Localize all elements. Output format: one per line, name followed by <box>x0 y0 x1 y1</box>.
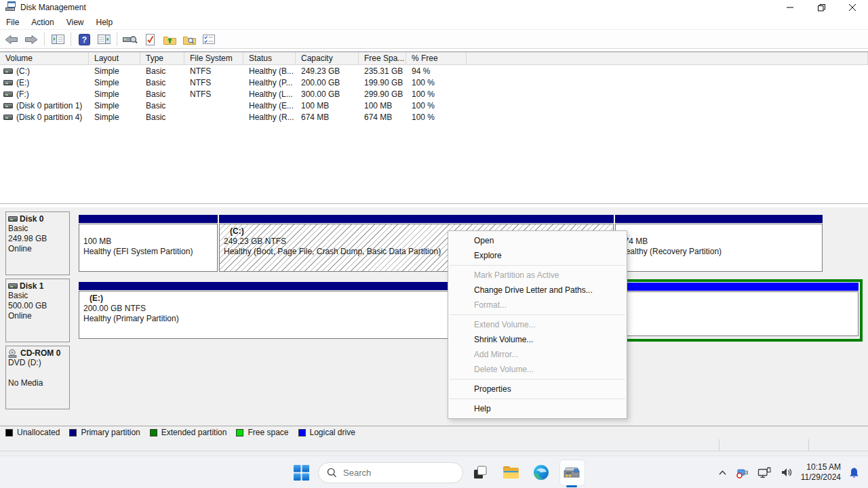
cdrom-icon <box>8 349 18 358</box>
volume-layout: Simple <box>89 113 140 122</box>
column-header-free-space[interactable]: Free Spa... <box>359 52 406 64</box>
disk-state: Online <box>8 311 68 321</box>
volume-row-e[interactable]: (E:) Simple Basic NTFS Healthy (P... 200… <box>0 77 868 88</box>
volume-type: Basic <box>140 89 184 99</box>
legend-free-space: Free space <box>236 428 288 437</box>
disk-state: Online <box>8 244 68 254</box>
volume-free: 235.31 GB <box>359 66 406 76</box>
menu-view[interactable]: View <box>60 16 90 29</box>
volume-status: Healthy (L... <box>243 89 296 99</box>
column-header-type[interactable]: Type <box>140 52 184 64</box>
disk-size: 249.98 GB <box>8 234 68 244</box>
volume-pct-free: 94 % <box>406 66 467 76</box>
disk0-label-panel[interactable]: Disk 0 Basic 249.98 GB Online <box>5 211 70 275</box>
volume-layout: Simple <box>89 66 140 76</box>
menu-item-explore[interactable]: Explore <box>448 248 627 263</box>
folder-up-button[interactable] <box>161 32 178 47</box>
tray-network-icon[interactable] <box>756 459 773 486</box>
disk-size <box>8 368 68 378</box>
tray-chevron-up-icon[interactable] <box>717 459 728 486</box>
volume-pct-free: 100 % <box>406 113 467 122</box>
partition-status: Healthy (EFI System Partition) <box>83 247 217 257</box>
volume-pct-free: 100 % <box>406 89 467 99</box>
notification-bell-icon[interactable] <box>847 459 861 486</box>
volume-fs: NTFS <box>184 78 243 87</box>
file-explorer-button[interactable] <box>497 456 524 488</box>
drive-icon <box>3 92 13 97</box>
window-title: Disk Management <box>20 3 86 12</box>
volume-row-partition4[interactable]: (Disk 0 partition 4) Simple Basic Health… <box>0 111 868 123</box>
close-button[interactable] <box>837 0 868 15</box>
taskbar-search[interactable] <box>318 462 463 483</box>
rescan-disks-button[interactable] <box>122 32 138 47</box>
forward-button[interactable] <box>23 32 39 47</box>
restore-button[interactable] <box>806 0 837 15</box>
check-disk-button[interactable] <box>142 32 158 47</box>
disk-type: Basic <box>8 291 68 301</box>
column-header-file-system[interactable]: File System <box>184 52 243 64</box>
divider <box>0 451 868 451</box>
legend-label: Unallocated <box>17 428 60 437</box>
toolbar-separator <box>117 33 117 46</box>
column-header-volume[interactable]: Volume <box>0 52 89 64</box>
volume-status: Healthy (E... <box>243 101 296 110</box>
start-button[interactable] <box>288 456 315 488</box>
menu-item-shrink-volume[interactable]: Shrink Volume... <box>448 332 627 347</box>
partition-e[interactable]: (E:) 200.00 GB NTFS Healthy (Primary Par… <box>79 282 461 339</box>
partition-recovery[interactable]: 674 MB Healthy (Recovery Partition) <box>615 215 823 272</box>
menu-help[interactable]: Help <box>90 16 119 29</box>
volume-type: Basic <box>140 78 184 87</box>
column-header-status[interactable]: Status <box>243 52 296 64</box>
show-action-pane-button[interactable] <box>96 32 112 47</box>
volume-name: (Disk 0 partition 4) <box>16 113 82 122</box>
back-button[interactable] <box>3 32 20 47</box>
legend-swatch <box>69 429 77 436</box>
search-input[interactable] <box>343 468 445 478</box>
menu-file[interactable]: File <box>0 16 25 29</box>
disk0-row: Disk 0 Basic 249.98 GB Online 100 MB Hea… <box>0 211 868 276</box>
tray-clock[interactable]: 10:15 AM 11/29/2024 <box>801 462 841 483</box>
menu-action[interactable]: Action <box>25 16 60 29</box>
properties-list-button[interactable] <box>201 32 217 47</box>
volume-layout: Simple <box>89 78 140 87</box>
partition-color-bar <box>219 215 614 223</box>
disk-management-window: Disk Management File Action View Help <box>0 0 868 439</box>
minimize-button[interactable] <box>774 0 806 15</box>
legend-label: Extended partition <box>161 428 227 437</box>
task-view-button[interactable] <box>467 456 494 488</box>
edge-browser-button[interactable] <box>528 456 555 488</box>
volume-type: Basic <box>140 113 184 122</box>
column-header-capacity[interactable]: Capacity <box>296 52 359 64</box>
drive-icon <box>3 103 13 108</box>
menu-item-open[interactable]: Open <box>448 233 627 248</box>
tray-usb-device-icon[interactable] <box>734 459 750 486</box>
show-console-tree-button[interactable] <box>50 32 66 47</box>
volume-row-partition1[interactable]: (Disk 0 partition 1) Simple Basic Health… <box>0 100 868 111</box>
help-button[interactable]: ? <box>76 32 92 47</box>
volume-capacity: 674 MB <box>296 113 359 122</box>
clock-date: 11/29/2024 <box>801 472 841 483</box>
volume-capacity: 200.00 GB <box>296 78 359 87</box>
disk1-label-panel[interactable]: Disk 1 Basic 500.00 GB Online <box>5 279 70 342</box>
volume-row-f[interactable]: (F:) Simple Basic NTFS Healthy (L... 300… <box>0 88 868 100</box>
volume-capacity: 100 MB <box>296 101 359 110</box>
folder-search-button[interactable] <box>181 32 197 47</box>
disk-management-taskbar-button[interactable] <box>558 456 585 488</box>
tray-volume-icon[interactable] <box>779 459 795 486</box>
disk-name: CD-ROM 0 <box>20 348 60 358</box>
menu-item-help[interactable]: Help <box>448 401 627 416</box>
disk-graph-pane: Disk 0 Basic 249.98 GB Online 100 MB Hea… <box>0 207 868 426</box>
column-header-layout[interactable]: Layout <box>89 52 140 64</box>
menu-item-properties[interactable]: Properties <box>448 382 627 396</box>
disk-type: Basic <box>8 224 68 234</box>
legend-unallocated: Unallocated <box>5 428 60 437</box>
partition-efi[interactable]: 100 MB Healthy (EFI System Partition) <box>79 215 218 272</box>
volume-free: 299.90 GB <box>359 89 406 99</box>
column-header-pct-free[interactable]: % Free <box>406 52 467 64</box>
volume-free: 100 MB <box>359 101 406 110</box>
menu-item-change-drive-letter[interactable]: Change Drive Letter and Paths... <box>448 283 627 298</box>
column-header-filler <box>467 52 868 64</box>
cdrom-label-panel[interactable]: CD-ROM 0 DVD (D:) No Media <box>5 346 70 409</box>
volume-row-c[interactable]: (C:) Simple Basic NTFS Healthy (B... 249… <box>0 65 868 77</box>
volume-status: Healthy (R... <box>243 113 296 122</box>
